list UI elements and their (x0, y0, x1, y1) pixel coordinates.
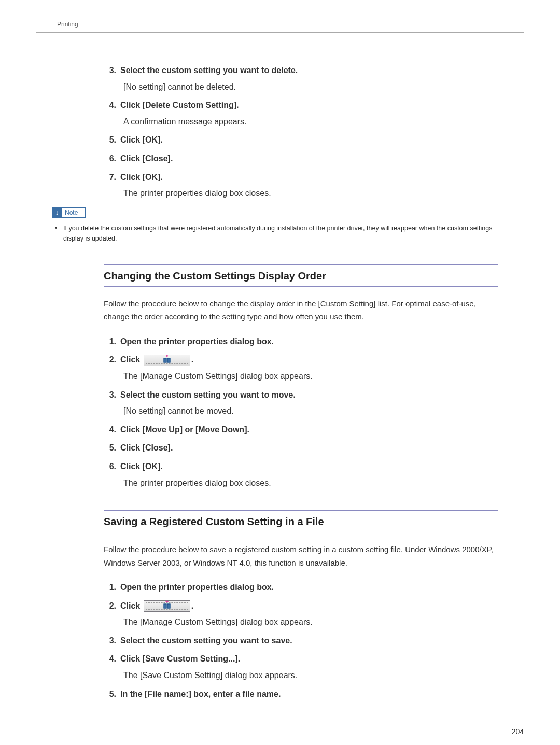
step-number: 4. (104, 652, 116, 666)
note-label: Note (62, 209, 85, 216)
step-number: 3. (104, 634, 116, 648)
bottom-rule (36, 719, 524, 719)
step-number: 2. (104, 599, 116, 613)
step-item: 1.Open the printer properties dialog box… (104, 335, 498, 348)
step-item: 1.Open the printer properties dialog box… (104, 581, 498, 594)
note-bullet: If you delete the custom settings that w… (52, 223, 498, 244)
manage-settings-button-icon: ✦ (144, 600, 190, 612)
step-number: 6. (104, 152, 116, 165)
step-detail: The printer properties dialog box closes… (123, 476, 498, 490)
step-text-pre: Click (120, 601, 143, 610)
step-detail: A confirmation message appears. (123, 115, 498, 129)
step-item: 2.Click ✦. The [Manage Custom Settings] … (104, 599, 498, 629)
step-item: 3.Select the custom setting you want to … (104, 634, 498, 648)
step-text: Click [Close]. (120, 443, 173, 452)
header-section-title: Printing (36, 21, 524, 28)
step-detail: [No setting] cannot be moved. (123, 404, 498, 418)
step-item: 4.Click [Move Up] or [Move Down]. (104, 423, 498, 437)
section-heading: Changing the Custom Settings Display Ord… (104, 264, 498, 287)
step-text: Click [OK]. (120, 135, 163, 144)
step-number: 5. (104, 441, 116, 455)
step-text: Click [Close]. (120, 154, 173, 163)
step-item: 3.Select the custom setting you want to … (104, 388, 498, 418)
main-content: 3.Select the custom setting you want to … (104, 64, 498, 700)
step-number: 4. (104, 99, 116, 112)
step-number: 4. (104, 423, 116, 437)
step-text: Click [Delete Custom Setting]. (120, 101, 239, 109)
step-item: 6.Click [Close]. (104, 152, 498, 165)
step-item: 2.Click ✦. The [Manage Custom Settings] … (104, 353, 498, 383)
section-intro: Follow the procedure below to change the… (104, 297, 498, 324)
section-changing-order: Changing the Custom Settings Display Ord… (104, 264, 498, 489)
step-number: 2. (104, 353, 116, 367)
note-tag: ↓ Note (52, 207, 86, 218)
step-item: 3.Select the custom setting you want to … (104, 64, 498, 93)
page-header: Printing (36, 21, 524, 33)
step-text: Select the custom setting you want to mo… (120, 390, 296, 399)
step-item: 5.In the [File name:] box, enter a file … (104, 687, 498, 701)
top-steps: 3.Select the custom setting you want to … (104, 64, 498, 200)
section1-steps: 1.Open the printer properties dialog box… (104, 335, 498, 489)
step-text: In the [File name:] box, enter a file na… (120, 690, 281, 698)
step-item: 6.Click [OK]. The printer properties dia… (104, 460, 498, 489)
manage-settings-button-icon: ✦ (144, 355, 190, 366)
page-number: 204 (512, 727, 524, 736)
step-item: 4.Click [Delete Custom Setting]. A confi… (104, 99, 498, 128)
step-detail: [No setting] cannot be deleted. (123, 80, 498, 94)
step-text: Click [Move Up] or [Move Down]. (120, 425, 249, 434)
step-item: 5.Click [OK]. (104, 133, 498, 147)
step-text-post: . (191, 355, 193, 364)
step-number: 1. (104, 335, 116, 348)
section-saving-file: Saving a Registered Custom Setting in a … (104, 510, 498, 700)
section2-steps: 1.Open the printer properties dialog box… (104, 581, 498, 700)
step-text-pre: Click (120, 355, 143, 364)
arrow-down-icon: ↓ (52, 208, 62, 217)
step-item: 4.Click [Save Custom Setting...]. The [S… (104, 652, 498, 682)
step-number: 3. (104, 64, 116, 77)
step-number: 3. (104, 388, 116, 402)
step-number: 1. (104, 581, 116, 594)
section-heading: Saving a Registered Custom Setting in a … (104, 510, 498, 532)
note-block: ↓ Note If you delete the custom settings… (52, 207, 498, 244)
step-item: 5.Click [Close]. (104, 441, 498, 455)
step-text: Open the printer properties dialog box. (120, 583, 274, 592)
step-number: 7. (104, 171, 116, 184)
step-text: Click [OK]. (120, 173, 163, 181)
step-text: Click [Save Custom Setting...]. (120, 654, 240, 663)
step-number: 5. (104, 133, 116, 147)
step-detail: The printer properties dialog box closes… (123, 187, 498, 200)
step-number: 6. (104, 460, 116, 473)
step-detail: The [Manage Custom Settings] dialog box … (123, 370, 498, 383)
step-text: Open the printer properties dialog box. (120, 337, 274, 346)
step-text: Select the custom setting you want to de… (120, 66, 298, 75)
step-detail: The [Save Custom Setting] dialog box app… (123, 669, 498, 682)
step-text: Click [OK]. (120, 462, 163, 471)
step-number: 5. (104, 687, 116, 701)
step-item: 7.Click [OK]. The printer properties dia… (104, 171, 498, 200)
step-detail: The [Manage Custom Settings] dialog box … (123, 615, 498, 629)
section-intro: Follow the procedure below to save a reg… (104, 543, 498, 569)
step-text: Select the custom setting you want to sa… (120, 636, 292, 645)
step-text-post: . (191, 601, 193, 610)
page-root: Printing 3.Select the custom setting you… (0, 0, 560, 745)
